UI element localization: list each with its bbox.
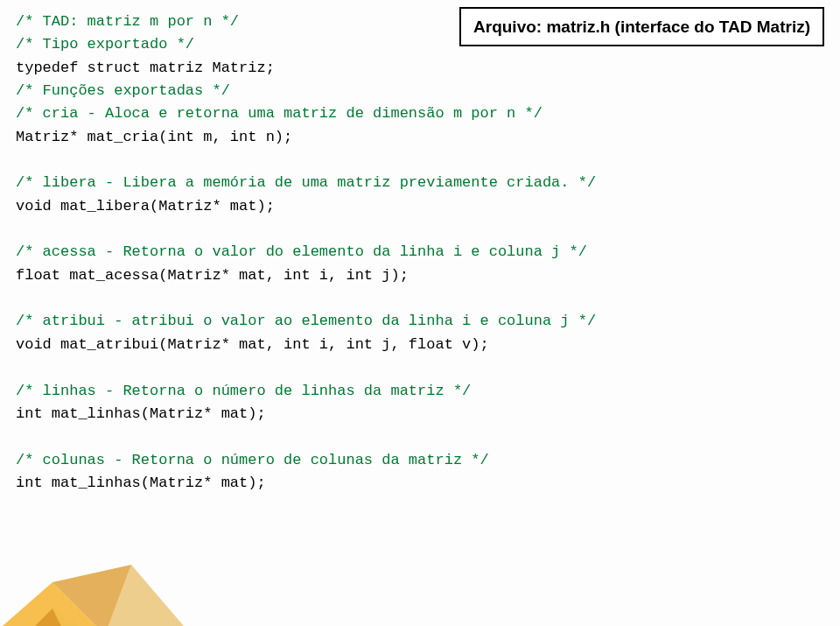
code-comment: /* TAD: matriz m por n */	[16, 13, 239, 30]
code-line: int mat_linhas(Matriz* mat);	[16, 405, 266, 422]
svg-marker-2	[105, 565, 184, 626]
code-line: float mat_acessa(Matriz* mat, int i, int…	[16, 267, 409, 284]
code-line: int mat_linhas(Matriz* mat);	[16, 475, 266, 491]
code-block: /* TAD: matriz m por n */ /* Tipo export…	[16, 11, 822, 495]
svg-marker-3	[0, 608, 79, 626]
code-line: Matriz* mat_cria(int m, int n);	[16, 129, 292, 145]
svg-marker-1	[52, 565, 131, 626]
svg-marker-4	[52, 608, 131, 626]
code-comment: /* linhas - Retorna o número de linhas d…	[16, 383, 471, 399]
code-comment: /* Funções exportadas */	[16, 82, 230, 99]
code-line: void mat_libera(Matriz* mat);	[16, 198, 275, 215]
code-line: void mat_atribui(Matriz* mat, int i, int…	[16, 336, 489, 353]
code-comment: /* colunas - Retorna o número de colunas…	[16, 452, 489, 468]
code-comment: /* libera - Libera a memória de uma matr…	[16, 174, 596, 191]
code-comment: /* atribui - atribui o valor ao elemento…	[16, 313, 596, 329]
svg-marker-0	[0, 582, 105, 626]
code-comment: /* acessa - Retorna o valor do elemento …	[16, 243, 587, 260]
code-line: typedef struct matriz Matriz;	[16, 60, 275, 76]
code-comment: /* cria - Aloca e retorna uma matriz de …	[16, 105, 542, 122]
code-comment: /* Tipo exportado */	[16, 36, 194, 53]
